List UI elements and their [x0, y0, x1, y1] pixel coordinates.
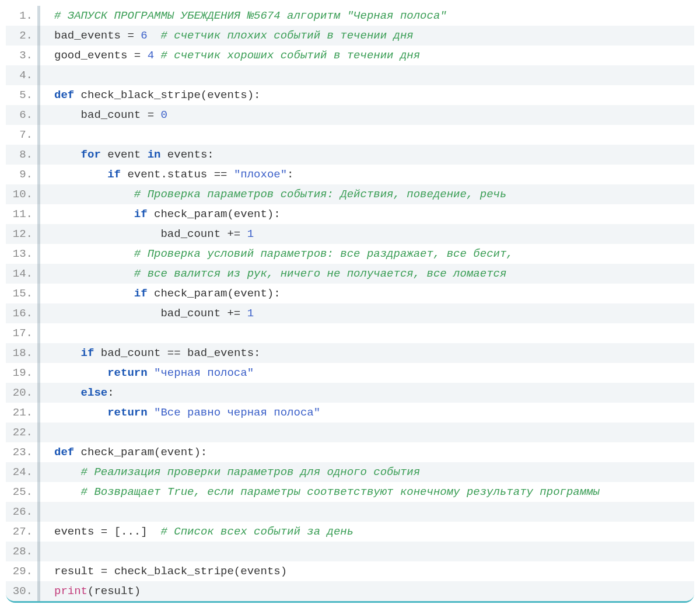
code-line[interactable]: 11. if check_param(event):: [6, 204, 694, 224]
code-line[interactable]: 6. bad_count = 0: [6, 105, 694, 125]
gutter: [37, 561, 40, 581]
code-content[interactable]: good_events = 4 # счетчик хороших событи…: [54, 46, 694, 65]
code-token: # Проверка параметров события: Действия,…: [134, 188, 507, 201]
code-line[interactable]: 2.bad_events = 6 # счетчик плохих событи…: [6, 26, 694, 46]
code-token: ==: [167, 347, 187, 359]
code-line[interactable]: 8. for event in events:: [6, 145, 694, 165]
code-content[interactable]: # все валится из рук, ничего не получает…: [54, 264, 694, 284]
code-content[interactable]: # Проверка условий параметров: все раздр…: [54, 244, 694, 264]
code-line[interactable]: 5.def check_black_stripe(events):: [6, 85, 694, 105]
code-token: # Список всех событий за день: [160, 525, 354, 538]
code-token: check_black_stripe(events):: [74, 89, 260, 102]
code-token: check_black_stripe(events): [114, 565, 287, 578]
line-number: 26.: [6, 502, 37, 522]
code-token: # все валится из рук, ничего не получает…: [134, 267, 507, 280]
gutter: [37, 423, 40, 442]
code-content[interactable]: events = [...] # Список всех событий за …: [54, 522, 694, 542]
line-number: 23.: [6, 442, 37, 462]
code-token: "Все равно черная полоса": [154, 406, 320, 419]
code-token: (result): [88, 585, 141, 598]
code-token: check_param(event):: [148, 287, 281, 300]
code-content[interactable]: bad_count = 0: [54, 105, 694, 125]
gutter: [37, 184, 40, 204]
code-token: events:: [160, 148, 214, 161]
code-token: if: [81, 347, 94, 359]
code-content[interactable]: # Реализация проверки параметров для одн…: [54, 462, 694, 482]
code-content[interactable]: return "черная полоса": [54, 363, 694, 383]
code-token: if: [134, 208, 148, 221]
code-token: [54, 247, 134, 260]
code-line[interactable]: 28.: [6, 542, 694, 561]
code-token: bad_count: [54, 109, 148, 121]
code-token: def: [54, 89, 74, 102]
code-content[interactable]: bad_count += 1: [54, 224, 694, 244]
code-line[interactable]: 7.: [6, 125, 694, 145]
code-line[interactable]: 24. # Реализация проверки параметров для…: [6, 462, 694, 482]
code-content[interactable]: def check_param(event):: [54, 442, 694, 462]
gutter: [37, 522, 40, 542]
code-token: +=: [227, 307, 247, 320]
code-editor[interactable]: 1.# ЗАПУСК ПРОГРАММЫ УБЕЖДЕНИЯ №5674 алг…: [6, 6, 694, 603]
code-content[interactable]: return "Все равно черная полоса": [54, 403, 694, 423]
code-line[interactable]: 13. # Проверка условий параметров: все р…: [6, 244, 694, 264]
code-token: =: [148, 109, 161, 121]
code-content[interactable]: if check_param(event):: [54, 284, 694, 303]
code-content[interactable]: else:: [54, 383, 694, 403]
code-line[interactable]: 1.# ЗАПУСК ПРОГРАММЫ УБЕЖДЕНИЯ №5674 алг…: [6, 6, 694, 26]
code-line[interactable]: 10. # Проверка параметров события: Дейст…: [6, 184, 694, 204]
code-token: [54, 406, 107, 419]
code-line[interactable]: 4.: [6, 65, 694, 85]
code-token: bad_count: [54, 228, 227, 240]
code-content[interactable]: # Проверка параметров события: Действия,…: [54, 184, 694, 204]
code-token: if: [107, 168, 121, 181]
code-content[interactable]: for event in events:: [54, 145, 694, 165]
code-line[interactable]: 30.print(result): [6, 581, 694, 601]
code-content[interactable]: if check_param(event):: [54, 204, 694, 224]
code-token: # счетчик хороших событий в течении дня: [160, 49, 420, 62]
code-token: good_events: [54, 49, 134, 62]
code-line[interactable]: 14. # все валится из рук, ничего не полу…: [6, 264, 694, 284]
code-line[interactable]: 18. if bad_count == bad_events:: [6, 343, 694, 363]
code-token: [148, 366, 154, 379]
code-content[interactable]: bad_count += 1: [54, 303, 694, 323]
code-line[interactable]: 12. bad_count += 1: [6, 224, 694, 244]
code-token: # ЗАПУСК ПРОГРАММЫ УБЕЖДЕНИЯ №5674 алгор…: [54, 9, 447, 22]
code-content[interactable]: result = check_black_stripe(events): [54, 561, 694, 581]
code-line[interactable]: 25. # Возвращает True, если параметры со…: [6, 482, 694, 502]
gutter: [37, 323, 40, 343]
line-number: 12.: [6, 224, 37, 244]
code-content[interactable]: print(result): [54, 581, 694, 601]
code-content[interactable]: def check_black_stripe(events):: [54, 85, 694, 105]
gutter: [37, 105, 40, 125]
code-line[interactable]: 15. if check_param(event):: [6, 284, 694, 303]
code-token: [54, 188, 134, 201]
code-line[interactable]: 9. if event.status == "плохое":: [6, 165, 694, 184]
code-content[interactable]: bad_events = 6 # счетчик плохих событий …: [54, 26, 694, 46]
code-line[interactable]: 27.events = [...] # Список всех событий …: [6, 522, 694, 542]
gutter: [37, 85, 40, 105]
code-token: if: [134, 287, 148, 300]
code-line[interactable]: 16. bad_count += 1: [6, 303, 694, 323]
code-line[interactable]: 3.good_events = 4 # счетчик хороших собы…: [6, 46, 694, 65]
code-token: 6: [141, 29, 147, 42]
code-content[interactable]: # ЗАПУСК ПРОГРАММЫ УБЕЖДЕНИЯ №5674 алгор…: [54, 6, 694, 26]
line-number: 19.: [6, 363, 37, 383]
code-line[interactable]: 26.: [6, 502, 694, 522]
code-content[interactable]: if event.status == "плохое":: [54, 165, 694, 184]
gutter: [37, 542, 40, 561]
code-line[interactable]: 20. else:: [6, 383, 694, 403]
code-content[interactable]: # Возвращает True, если параметры соотве…: [54, 482, 694, 502]
code-line[interactable]: 29.result = check_black_stripe(events): [6, 561, 694, 581]
code-line[interactable]: 21. return "Все равно черная полоса": [6, 403, 694, 423]
code-line[interactable]: 19. return "черная полоса": [6, 363, 694, 383]
code-content[interactable]: if bad_count == bad_events:: [54, 343, 694, 363]
line-number: 15.: [6, 284, 37, 303]
code-line[interactable]: 22.: [6, 423, 694, 442]
code-token: bad_count: [94, 347, 167, 359]
gutter: [37, 6, 40, 26]
code-token: [54, 287, 134, 300]
line-number: 25.: [6, 482, 37, 502]
code-line[interactable]: 23.def check_param(event):: [6, 442, 694, 462]
code-token: :: [107, 386, 114, 399]
code-line[interactable]: 17.: [6, 323, 694, 343]
